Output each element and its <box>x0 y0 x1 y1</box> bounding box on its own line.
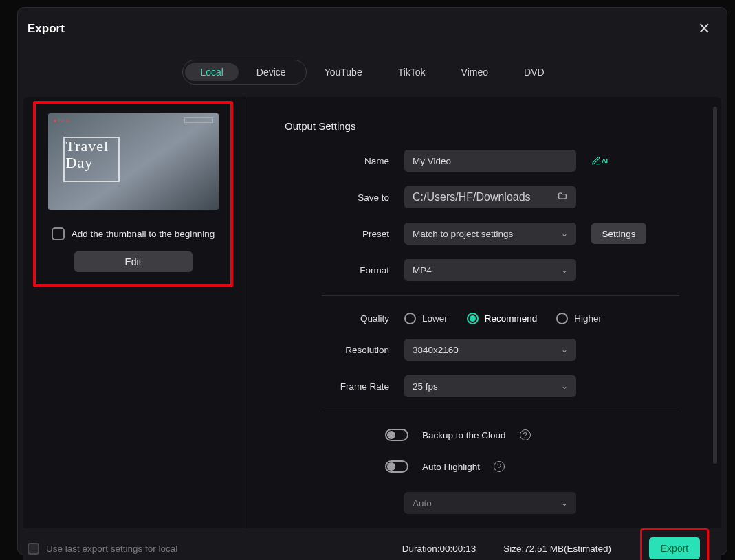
quality-radio-group: Lower Recommend Higher <box>404 313 602 324</box>
autohighlight-label: Auto Highlight <box>422 462 480 472</box>
uselast-label: Use last export settings for local <box>46 544 177 554</box>
framerate-label: Frame Rate <box>322 381 404 392</box>
framerate-value: 25 fps <box>413 381 438 392</box>
settings-button[interactable]: Settings <box>591 223 646 244</box>
modal-title: Export <box>28 22 65 36</box>
thumbnail-highlight: ● REC Travel Day Add the thumbnail to th… <box>33 101 233 287</box>
tab-vimeo[interactable]: Vimeo <box>443 63 506 82</box>
add-thumbnail-checkbox[interactable] <box>52 227 65 240</box>
tab-local[interactable]: Local <box>185 63 238 81</box>
format-select[interactable]: MP4 ⌄ <box>404 259 576 281</box>
autohighlight-select[interactable]: Auto ⌄ <box>404 492 576 514</box>
preset-value: Match to project settings <box>413 229 513 239</box>
quality-lower[interactable]: Lower <box>404 313 448 324</box>
uselast-row[interactable]: Use last export settings for local <box>28 543 177 555</box>
ai-name-icon[interactable]: AI <box>591 156 608 166</box>
autohighlight-value: Auto <box>413 498 432 508</box>
chevron-down-icon: ⌄ <box>561 381 568 391</box>
scrollbar[interactable] <box>713 107 717 464</box>
thumb-text-2: Day <box>66 154 94 171</box>
autohighlight-toggle[interactable] <box>385 460 408 473</box>
footer: Use last export settings for local Durat… <box>23 528 721 560</box>
modal-header: Export ✕ <box>18 8 727 45</box>
divider <box>322 295 679 296</box>
name-input[interactable] <box>404 150 576 172</box>
tab-youtube[interactable]: YouTube <box>307 63 380 82</box>
edit-thumbnail-button[interactable]: Edit <box>74 251 193 272</box>
export-modal: Export ✕ Local Device YouTube TikTok Vim… <box>17 7 727 555</box>
saveto-field[interactable]: C:/Users/HF/Downloads <box>404 186 576 208</box>
add-thumbnail-row[interactable]: Add the thumbnail to the beginning <box>52 227 215 240</box>
output-settings-title: Output Settings <box>285 120 699 132</box>
tab-dvd[interactable]: DVD <box>506 63 562 82</box>
quality-higher[interactable]: Higher <box>556 313 602 324</box>
saveto-label: Save to <box>322 192 404 203</box>
output-settings-panel: Output Settings Name AI Save to C:/Users… <box>243 97 721 528</box>
help-icon[interactable]: ? <box>494 461 505 472</box>
duration-text: Duration:00:00:13 <box>402 544 476 554</box>
backup-toggle[interactable] <box>385 429 408 441</box>
thumbnail-panel: ● REC Travel Day Add the thumbnail to th… <box>23 97 243 528</box>
video-thumbnail[interactable]: ● REC Travel Day <box>48 113 219 210</box>
tab-device[interactable]: Device <box>239 63 304 82</box>
quality-label: Quality <box>322 313 404 324</box>
format-label: Format <box>322 265 404 276</box>
preset-select[interactable]: Match to project settings ⌄ <box>404 223 576 245</box>
backup-label: Backup to the Cloud <box>422 430 506 440</box>
format-value: MP4 <box>413 265 432 276</box>
framerate-select[interactable]: 25 fps ⌄ <box>404 375 576 397</box>
thumb-text-1: Travel <box>66 137 109 155</box>
export-highlight: Export <box>640 528 709 560</box>
folder-icon[interactable] <box>557 191 568 203</box>
help-icon[interactable]: ? <box>520 429 531 440</box>
chevron-down-icon: ⌄ <box>561 345 568 355</box>
add-thumbnail-label: Add the thumbnail to the beginning <box>72 229 215 239</box>
size-text: Size:72.51 MB(Estimated) <box>503 544 611 554</box>
chevron-down-icon: ⌄ <box>561 265 568 275</box>
quality-recommend[interactable]: Recommend <box>467 313 538 324</box>
name-label: Name <box>322 156 404 166</box>
preset-label: Preset <box>322 229 404 239</box>
footer-stats: Duration:00:00:13 Size:72.51 MB(Estimate… <box>402 544 611 554</box>
export-button[interactable]: Export <box>649 537 700 559</box>
export-tabs: Local Device YouTube TikTok Vimeo DVD <box>182 60 562 85</box>
chevron-down-icon: ⌄ <box>561 498 568 508</box>
chevron-down-icon: ⌄ <box>561 229 568 238</box>
uselast-checkbox[interactable] <box>28 543 39 555</box>
saveto-value: C:/Users/HF/Downloads <box>413 191 531 203</box>
resolution-select[interactable]: 3840x2160 ⌄ <box>404 339 576 361</box>
resolution-label: Resolution <box>322 345 404 355</box>
close-icon[interactable]: ✕ <box>698 20 710 38</box>
divider <box>322 412 679 412</box>
resolution-value: 3840x2160 <box>413 345 459 355</box>
tab-tiktok[interactable]: TikTok <box>380 63 443 82</box>
